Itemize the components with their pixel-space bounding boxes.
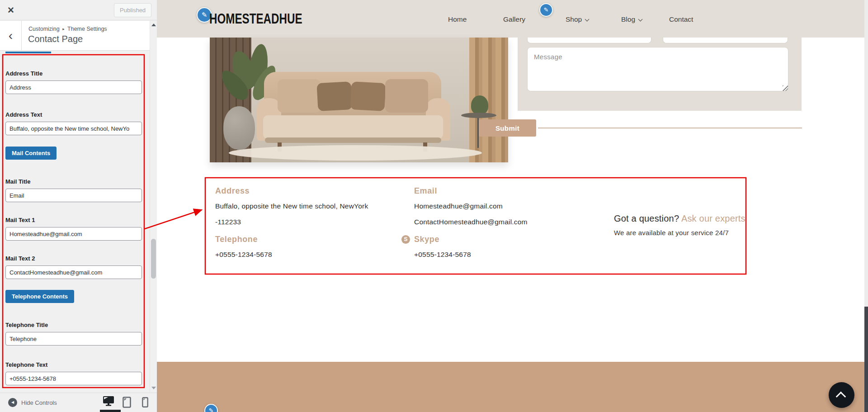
- pencil-icon: ✎: [209, 407, 214, 412]
- nav-contact-label: Contact: [669, 15, 693, 23]
- field-address-title: Address Title: [5, 71, 142, 94]
- collapse-arrow-icon: ◀: [8, 398, 17, 407]
- close-customizer-button[interactable]: ✕: [0, 0, 22, 20]
- customizer-screen: ✕ Published ‹ Customizing ▸ Theme Settin…: [0, 0, 868, 412]
- section-divider: [538, 128, 802, 128]
- nav-contact[interactable]: Contact: [666, 12, 696, 26]
- telephone-text-input[interactable]: [5, 372, 142, 385]
- desktop-active-underline: [100, 410, 121, 412]
- address-text-label: Address Text: [5, 112, 142, 118]
- mail-title-label: Mail Title: [5, 179, 142, 185]
- address-text-input[interactable]: [5, 122, 142, 135]
- scroll-up-icon[interactable]: [151, 24, 156, 26]
- page-scrollbar-thumb[interactable]: [864, 307, 868, 412]
- email-field[interactable]: [663, 38, 788, 43]
- back-icon: ‹: [9, 28, 13, 43]
- side-table: [461, 113, 496, 118]
- telephone-line[interactable]: +0555-1234-5678: [215, 249, 410, 260]
- question-block: Got a question? Ask our experts We are a…: [614, 213, 777, 237]
- question-text: Got a question?: [614, 213, 679, 223]
- site-header: ✎ HOMESTEADHUE Home Gallery ✎ Shop Blog …: [157, 0, 864, 38]
- side-table-plant: [471, 95, 488, 114]
- page-scrollbar[interactable]: [864, 0, 868, 412]
- sofa-cushion: [278, 79, 321, 113]
- address-block: Address Buffalo, opposite the New time s…: [215, 186, 410, 227]
- email-line[interactable]: Homesteadhue@gmail.com: [414, 200, 609, 212]
- address-line: -112233: [215, 216, 410, 227]
- field-mail-text-1: Mail Text 1: [5, 217, 142, 241]
- contact-form: [518, 38, 802, 111]
- address-title-input[interactable]: [5, 81, 142, 94]
- mail-text-2-input[interactable]: [5, 265, 142, 279]
- nav-gallery-label: Gallery: [503, 15, 525, 23]
- site-footer: [157, 362, 864, 412]
- breadcrumb-arrow-icon: ▸: [62, 27, 65, 31]
- question-heading: Got a question? Ask our experts: [614, 213, 777, 224]
- preview-desktop-button[interactable]: [103, 396, 114, 407]
- nav-home-label: Home: [448, 15, 467, 23]
- telephone-title-label: Telephone Title: [5, 322, 142, 328]
- mail-text-2-label: Mail Text 2: [5, 256, 142, 261]
- sofa-cushion: [316, 81, 352, 111]
- skype-icon: S: [401, 235, 410, 244]
- customizer-footer: ◀ Hide Controls: [0, 393, 157, 412]
- email-block: Email Homesteadhue@gmail.com ContactHome…: [414, 186, 609, 227]
- address-title-label: Address Title: [5, 71, 142, 76]
- sofa-seat: [263, 115, 443, 139]
- hide-controls-label: Hide Controls: [21, 399, 57, 406]
- mail-title-input[interactable]: [5, 189, 142, 202]
- tablet-icon: [123, 397, 131, 408]
- panel-title: Contact Page: [28, 34, 83, 44]
- email-line[interactable]: ContactHomesteadhue@gmail.com: [414, 216, 609, 227]
- telephone-contents-button[interactable]: Telephone Contents: [5, 290, 74, 303]
- sofa-cushion: [385, 79, 428, 113]
- breadcrumb: Customizing ▸ Theme Settings: [28, 26, 107, 32]
- site-logo[interactable]: HOMESTEADHUE: [209, 11, 302, 27]
- chevron-down-icon: [638, 17, 643, 22]
- field-telephone-title: Telephone Title: [5, 322, 142, 346]
- panel-header: ‹ Customizing ▸ Theme Settings Contact P…: [0, 21, 150, 51]
- customizer-sidebar: ✕ Published ‹ Customizing ▸ Theme Settin…: [0, 0, 157, 412]
- preview-tablet-button[interactable]: [123, 397, 131, 408]
- mail-contents-button[interactable]: Mail Contents: [5, 147, 57, 160]
- nav-gallery[interactable]: Gallery: [500, 12, 528, 26]
- field-address-text: Address Text: [5, 112, 142, 135]
- pencil-icon: ✎: [544, 6, 549, 13]
- skype-title: Skype: [414, 235, 609, 244]
- telephone-title: Telephone: [215, 235, 410, 244]
- edit-menu-button[interactable]: ✎: [539, 3, 553, 17]
- availability-text: We are available at your service 24/7: [614, 229, 777, 237]
- published-button[interactable]: Published: [114, 3, 151, 17]
- name-field[interactable]: [527, 38, 651, 43]
- scroll-to-top-button[interactable]: [829, 382, 854, 408]
- preview-mobile-button[interactable]: [142, 397, 148, 407]
- active-tab-indicator: [5, 52, 51, 53]
- nav-home[interactable]: Home: [445, 12, 469, 26]
- rug: [229, 145, 482, 161]
- submit-button[interactable]: Submit: [479, 119, 536, 137]
- pencil-icon: ✎: [202, 11, 208, 19]
- ask-experts-link[interactable]: Ask our experts: [681, 213, 745, 223]
- address-line: Buffalo, opposite the New time school, N…: [215, 200, 410, 212]
- chevron-up-icon: [836, 392, 846, 402]
- mail-text-1-input[interactable]: [5, 227, 142, 241]
- desktop-icon: [103, 396, 114, 407]
- sidebar-scrollbar[interactable]: [150, 21, 157, 392]
- nav-shop[interactable]: Shop: [563, 12, 591, 26]
- nav-shop-label: Shop: [566, 15, 582, 23]
- breadcrumb-root: Customizing: [28, 26, 60, 32]
- message-textarea[interactable]: [527, 47, 788, 91]
- nav-blog-label: Blog: [621, 15, 635, 23]
- telephone-block: Telephone +0555-1234-5678: [215, 235, 410, 260]
- back-button[interactable]: ‹: [0, 21, 22, 50]
- resize-handle[interactable]: [783, 85, 788, 91]
- field-telephone-text: Telephone Text: [5, 362, 142, 385]
- scrollbar-thumb[interactable]: [151, 239, 156, 279]
- customizer-topbar: ✕ Published: [0, 0, 157, 20]
- skype-line[interactable]: +0555-1234-5678: [414, 249, 609, 260]
- site-preview: ✎ HOMESTEADHUE Home Gallery ✎ Shop Blog …: [157, 0, 864, 412]
- hide-controls-button[interactable]: ◀ Hide Controls: [5, 398, 60, 407]
- telephone-title-input[interactable]: [5, 332, 142, 346]
- scroll-down-icon[interactable]: [151, 387, 156, 389]
- nav-blog[interactable]: Blog: [618, 12, 645, 26]
